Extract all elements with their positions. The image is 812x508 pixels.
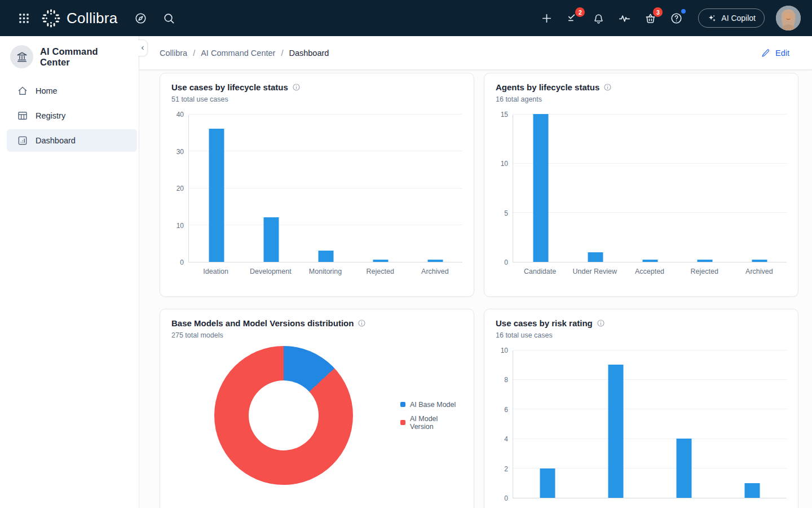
notifications-button[interactable]: [589, 8, 608, 28]
card-title: Base Models and Model Versions distribut…: [171, 318, 354, 328]
x-axis-label: Under Review: [567, 268, 622, 275]
avatar-image: [776, 6, 801, 30]
legend-swatch: [400, 420, 405, 425]
gridline: [189, 114, 462, 115]
gridline: [513, 212, 787, 213]
y-axis-tick: 5: [504, 209, 508, 217]
info-icon[interactable]: [358, 319, 366, 327]
workspace-header: AI Command Center: [0, 36, 139, 76]
app-grid-icon: [17, 12, 30, 25]
y-axis-tick: 40: [176, 111, 184, 119]
y-axis-tick: 4: [504, 435, 508, 443]
card-use-cases-by-lifecycle-status: Use cases by lifecycle status 51 total u…: [160, 73, 474, 297]
y-axis: 051015: [496, 115, 513, 262]
edit-label: Edit: [775, 49, 789, 58]
tasks-badge: 2: [575, 7, 585, 17]
sidebar-item-home[interactable]: Home: [7, 80, 137, 102]
gridline: [189, 225, 462, 225]
info-icon[interactable]: [292, 83, 301, 91]
sidebar-item-registry[interactable]: Registry: [7, 104, 137, 127]
bell-icon: [592, 12, 605, 25]
bar-Ideation: [209, 129, 224, 262]
y-axis-tick: 10: [501, 347, 508, 354]
card-subtitle: 275 total models: [171, 331, 462, 339]
x-axis: IdeationDevelopmentMonitoringRejectedArc…: [188, 262, 462, 278]
breadcrumb-collibra[interactable]: Collibra: [160, 49, 187, 58]
activity-button[interactable]: [615, 8, 634, 28]
x-axis: [513, 498, 787, 508]
gridline: [189, 188, 462, 189]
y-axis-tick: 6: [504, 406, 508, 414]
bar-Archived: [427, 260, 443, 262]
sidebar-item-label: Dashboard: [36, 136, 76, 145]
x-axis-label: Accepted: [622, 268, 677, 275]
basket-badge: 3: [653, 7, 663, 17]
gridline: [513, 114, 787, 115]
ai-copilot-button[interactable]: AI Copilot: [698, 8, 765, 28]
card-title: Use cases by lifecycle status: [171, 82, 288, 92]
x-axis-label: Monitoring: [298, 268, 352, 275]
tasks-button[interactable]: 2: [563, 8, 582, 28]
x-axis-label: Ideation: [188, 268, 243, 275]
breadcrumb-current: Dashboard: [289, 49, 329, 58]
breadcrumb-separator: /: [281, 49, 283, 58]
help-notification-dot: [681, 9, 686, 14]
brand-wordmark: Collibra: [67, 10, 118, 27]
legend-item: AI Model Version: [400, 415, 462, 431]
sidebar-item-label: Home: [36, 86, 58, 95]
main-area: Collibra / AI Command Center / Dashboard…: [139, 36, 812, 508]
bar-col-4: [745, 483, 760, 498]
pencil-icon: [761, 49, 770, 58]
top-navigation-bar: Collibra 2: [0, 0, 812, 36]
plus-icon: [540, 12, 553, 25]
bar-chart-plot: [513, 351, 787, 498]
bar-col-1: [540, 468, 555, 498]
legend-label: AI Model Version: [410, 415, 462, 431]
sparkles-icon: [707, 14, 717, 23]
app-launcher-button[interactable]: [14, 8, 33, 28]
x-axis-label: Development: [243, 268, 298, 275]
search-button[interactable]: [160, 8, 179, 28]
card-subtitle: 51 total use cases: [171, 95, 462, 103]
gridline: [513, 379, 787, 380]
collibra-home-link[interactable]: Collibra: [42, 9, 118, 28]
chart-legend: AI Base ModelAI Model Version: [400, 401, 462, 431]
bar-Archived: [752, 260, 767, 262]
user-avatar[interactable]: [776, 6, 801, 30]
bar-chart: 010203040IdeationDevelopmentMonitoringRe…: [171, 115, 462, 278]
y-axis: 010203040: [171, 115, 188, 262]
discover-button[interactable]: [131, 8, 151, 28]
help-button[interactable]: [667, 8, 686, 28]
search-icon: [162, 12, 175, 25]
card-subtitle: 16 total agents: [496, 95, 787, 103]
breadcrumb-ai-command-center[interactable]: AI Command Center: [201, 49, 275, 58]
bar-Accepted: [642, 260, 657, 262]
dashboard-chart-icon: [17, 135, 28, 146]
info-icon[interactable]: [597, 319, 605, 327]
home-icon: [17, 85, 28, 97]
workspace-title: AI Command Center: [40, 46, 130, 68]
sidebar-menu: Home Registry Dashboard: [0, 80, 139, 152]
bar-chart-plot: [188, 115, 462, 262]
y-axis-tick: 10: [176, 222, 184, 230]
y-axis-tick: 10: [501, 160, 508, 168]
bar-Monitoring: [318, 251, 333, 262]
info-icon[interactable]: [603, 83, 612, 91]
y-axis-tick: 30: [176, 148, 184, 156]
create-button[interactable]: [537, 8, 556, 28]
donut-hole: [249, 380, 319, 450]
card-base-models-distribution: Base Models and Model Versions distribut…: [160, 309, 474, 508]
edit-button[interactable]: Edit: [761, 49, 789, 58]
bar-Candidate: [533, 114, 548, 262]
legend-item: AI Base Model: [400, 401, 462, 409]
bar-chart: 051015CandidateUnder ReviewAcceptedRejec…: [496, 115, 787, 278]
sidebar-item-dashboard[interactable]: Dashboard: [7, 129, 137, 152]
y-axis-tick: 15: [501, 111, 508, 119]
sidebar-collapse-button[interactable]: [138, 40, 148, 56]
legend-label: AI Base Model: [410, 401, 456, 409]
table-icon: [17, 110, 28, 121]
y-axis: 0246810: [496, 351, 513, 498]
basket-button[interactable]: 3: [641, 8, 660, 28]
y-axis-tick: 20: [176, 185, 184, 192]
card-title: Agents by lifecycle status: [496, 82, 599, 92]
